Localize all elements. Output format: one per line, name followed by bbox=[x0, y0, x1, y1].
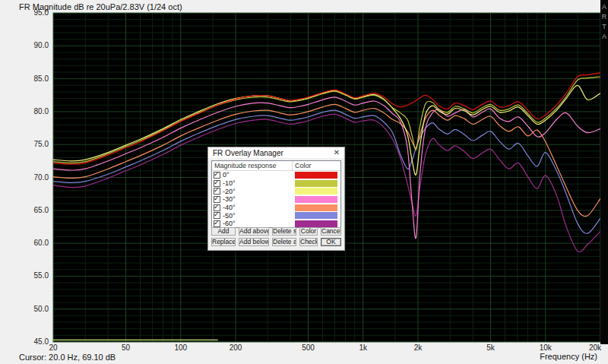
dialog-titlebar[interactable]: FR Overlay Manager ✕ bbox=[208, 147, 344, 158]
overlay-row[interactable]: ✓0° bbox=[212, 171, 340, 179]
x-axis-tick-label: 20 bbox=[40, 343, 66, 352]
arta-fr-window: FR Magnitude dB re 20uPa/2.83V (1/24 oct… bbox=[0, 0, 608, 364]
x-axis-tick-label: 50 bbox=[113, 343, 139, 352]
brand-strip: ARTA bbox=[600, 0, 608, 344]
y-axis-tick-label: 75.0 bbox=[17, 140, 49, 148]
arta-logo: ARTA bbox=[600, 3, 608, 43]
overlay-angle-label: -60° bbox=[223, 220, 294, 227]
overlay-angle-label: -50° bbox=[223, 212, 294, 220]
y-axis-tick-label: 80.0 bbox=[17, 107, 49, 116]
x-axis-title: Frequency (Hz) bbox=[540, 352, 597, 361]
overlay-checkbox[interactable]: ✓ bbox=[214, 188, 220, 195]
overlay-row[interactable]: ✓-30° bbox=[212, 195, 340, 204]
replace-sel-button[interactable]: Replace sel bbox=[211, 238, 236, 246]
dialog-title: FR Overlay Manager bbox=[213, 149, 283, 157]
x-axis-tick-label: 500 bbox=[296, 343, 321, 352]
overlay-checkbox[interactable]: ✓ bbox=[214, 220, 220, 227]
cursor-status: Cursor: 20.0 Hz, 69.10 dB bbox=[19, 353, 116, 362]
y-axis-tick-label: 65.0 bbox=[17, 206, 49, 214]
check-all-button[interactable]: Check All bbox=[299, 238, 318, 246]
cancel-button[interactable]: Cancel bbox=[321, 227, 341, 236]
check-icon: ✓ bbox=[214, 179, 220, 186]
overlay-row[interactable]: ✓-50° bbox=[212, 211, 340, 220]
color-swatch[interactable] bbox=[295, 172, 337, 179]
y-axis-tick-label: 70.0 bbox=[17, 173, 49, 182]
column-magnitude-response: Magnitude response bbox=[212, 161, 293, 170]
overlay-checkbox[interactable]: ✓ bbox=[214, 204, 220, 211]
fr-overlay-manager-dialog: FR Overlay Manager ✕ Magnitude response … bbox=[207, 147, 345, 251]
y-axis-tick-label: 50.0 bbox=[17, 305, 49, 313]
y-axis-tick-label: 95.0 bbox=[17, 8, 49, 17]
overlay-angle-label: -10° bbox=[223, 179, 294, 187]
add-above-crs-button[interactable]: Add above crs bbox=[239, 227, 269, 236]
color-swatch[interactable] bbox=[295, 188, 337, 195]
check-icon: ✓ bbox=[214, 210, 220, 218]
overlay-angle-label: -20° bbox=[223, 188, 294, 195]
check-icon: ✓ bbox=[214, 186, 220, 194]
overlay-angle-label: 0° bbox=[223, 171, 294, 179]
x-axis-tick-label: 2k bbox=[405, 343, 431, 352]
color-swatch[interactable] bbox=[295, 220, 337, 227]
overlay-row[interactable]: ✓-20° bbox=[212, 187, 340, 195]
overlay-row[interactable]: ✓-40° bbox=[212, 204, 340, 212]
color-swatch[interactable] bbox=[295, 196, 337, 203]
overlay-checkbox[interactable]: ✓ bbox=[214, 180, 220, 187]
y-axis-tick-label: 60.0 bbox=[17, 239, 49, 247]
x-axis-tick-label: 1k bbox=[350, 343, 376, 352]
overlay-list-header: Magnitude response Color bbox=[212, 161, 340, 171]
overlay-checkbox[interactable]: ✓ bbox=[214, 196, 220, 203]
color-swatch[interactable] bbox=[295, 212, 337, 219]
delete-sel-button[interactable]: Delete sel bbox=[272, 227, 296, 236]
overlay-list[interactable]: Magnitude response Color ✓0°✓-10°✓-20°✓-… bbox=[211, 160, 341, 228]
check-icon: ✓ bbox=[214, 219, 220, 226]
check-icon: ✓ bbox=[214, 195, 220, 202]
color-button[interactable]: Color bbox=[299, 227, 318, 236]
add-button[interactable]: Add bbox=[211, 227, 236, 236]
overlay-row[interactable]: ✓-10° bbox=[212, 179, 340, 188]
overlay-angle-label: -30° bbox=[223, 195, 294, 203]
color-swatch[interactable] bbox=[295, 180, 337, 187]
column-color: Color bbox=[293, 161, 340, 170]
overlay-checkbox[interactable]: ✓ bbox=[214, 212, 220, 219]
dialog-buttons: AddAdd above crsDelete selColorCancel Re… bbox=[211, 227, 341, 248]
y-axis-tick-label: 90.0 bbox=[17, 41, 49, 49]
x-axis-tick-label: 20k bbox=[582, 343, 608, 352]
color-swatch[interactable] bbox=[295, 204, 337, 211]
check-icon: ✓ bbox=[214, 203, 220, 210]
x-axis-tick-label: 10k bbox=[533, 343, 559, 352]
x-axis-tick-label: 5k bbox=[478, 343, 504, 352]
y-axis-tick-label: 85.0 bbox=[17, 74, 49, 83]
overlay-angle-label: -40° bbox=[223, 204, 294, 211]
overlay-checkbox[interactable]: ✓ bbox=[214, 172, 220, 179]
ok-button[interactable]: OK bbox=[321, 238, 341, 246]
x-axis-tick-label: 100 bbox=[168, 343, 194, 352]
y-axis-tick-label: 55.0 bbox=[17, 271, 49, 280]
delete-all-button[interactable]: Delete all bbox=[272, 238, 296, 246]
check-icon: ✓ bbox=[214, 170, 220, 178]
add-below-crs-button[interactable]: Add below crs bbox=[239, 238, 269, 246]
close-icon[interactable]: ✕ bbox=[332, 148, 341, 157]
x-axis-tick-label: 200 bbox=[223, 343, 249, 352]
